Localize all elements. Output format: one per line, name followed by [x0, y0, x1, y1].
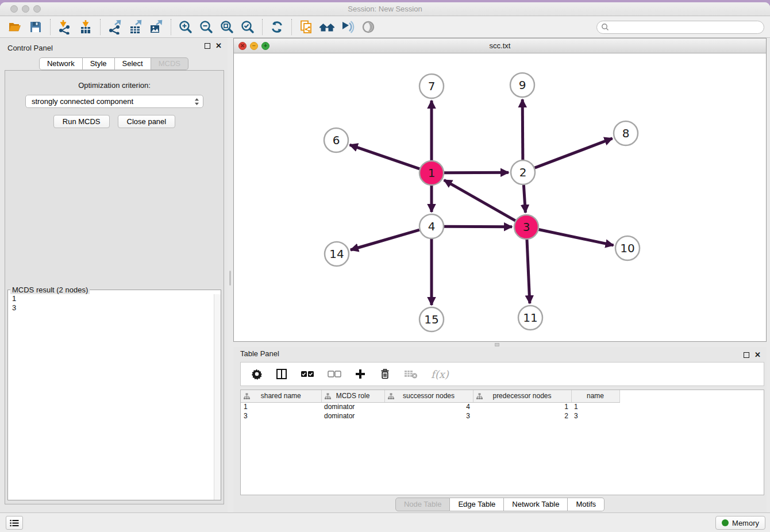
- graph-edge-2-9[interactable]: [522, 99, 523, 160]
- vertical-splitter[interactable]: [228, 38, 233, 512]
- graph-edge-3-1[interactable]: [444, 180, 515, 221]
- optimization-select[interactable]: strongly connected component: [25, 95, 203, 108]
- column-header-label: predecessor nodes: [492, 392, 551, 400]
- graph-node-14[interactable]: 14: [325, 242, 349, 266]
- graph-node-6[interactable]: 6: [324, 128, 348, 152]
- search-input[interactable]: [611, 23, 764, 32]
- zoom-selected-button[interactable]: [237, 18, 258, 36]
- toolbar-separator: [171, 19, 171, 35]
- graph-edge-1-6[interactable]: [350, 145, 420, 169]
- import-network-icon: [57, 20, 72, 34]
- task-history-button[interactable]: [6, 516, 23, 530]
- table-tab-node-table[interactable]: Node Table: [395, 498, 451, 511]
- zoom-in-button[interactable]: [175, 18, 196, 36]
- graph-node-9[interactable]: 9: [510, 73, 534, 97]
- column-header-shared-name[interactable]: shared name: [241, 390, 321, 402]
- delete-row-button[interactable]: [379, 368, 391, 380]
- zoom-fit-button[interactable]: [217, 18, 237, 36]
- graph-edge-4-3[interactable]: [444, 226, 512, 227]
- settings-gear-button[interactable]: [251, 368, 263, 380]
- graph-node-label: 11: [523, 311, 537, 325]
- clone-network-button[interactable]: [296, 18, 317, 36]
- function-builder-button[interactable]: f(x): [431, 368, 449, 380]
- add-row-button[interactable]: [355, 368, 366, 380]
- table-tab-motifs[interactable]: Motifs: [568, 498, 605, 511]
- open-folder-icon: [7, 20, 22, 34]
- table-row[interactable]: 3dominator323: [241, 411, 619, 421]
- table-cell: 3: [571, 411, 619, 421]
- graph-edge-2-3[interactable]: [523, 185, 525, 213]
- toolbar-separator: [291, 19, 292, 35]
- column-type-icon: [244, 393, 250, 399]
- graph-edge-2-8[interactable]: [535, 138, 613, 168]
- import-network-button[interactable]: [55, 18, 75, 36]
- graph-node-7[interactable]: 7: [419, 74, 444, 98]
- result-scrollbar[interactable]: [214, 294, 221, 500]
- annotations-icon: [340, 20, 355, 34]
- export-table-button[interactable]: [125, 18, 146, 36]
- zoom-out-button[interactable]: [196, 18, 217, 36]
- graph-edge-1-2[interactable]: [444, 172, 509, 173]
- horizontal-splitter[interactable]: [233, 342, 767, 347]
- save-session-button[interactable]: [25, 18, 46, 36]
- annotations-button[interactable]: [337, 18, 358, 36]
- tab-style[interactable]: Style: [83, 57, 115, 70]
- column-header-name[interactable]: name: [571, 390, 619, 402]
- refresh-layout-button[interactable]: [267, 18, 287, 36]
- table-tab-edge-table[interactable]: Edge Table: [450, 498, 504, 511]
- tab-select[interactable]: Select: [115, 57, 151, 70]
- close-panel-icon[interactable]: ✕: [215, 43, 222, 49]
- network-window-title: scc.txt: [234, 38, 766, 53]
- close-panel-button[interactable]: Close panel: [118, 115, 176, 128]
- graph-node-8[interactable]: 8: [614, 121, 638, 145]
- graph-node-1[interactable]: 1: [419, 161, 444, 185]
- deselect-all-button[interactable]: [328, 370, 341, 378]
- graph-node-10[interactable]: 10: [615, 236, 640, 260]
- mcds-result-box: MCDS result (2 nodes) 13: [7, 286, 221, 500]
- graph-node-label: 4: [428, 219, 436, 233]
- select-all-button[interactable]: [301, 370, 314, 378]
- toolbar-separator: [50, 19, 51, 35]
- table-cell: 3: [384, 411, 473, 421]
- network-canvas[interactable]: 7968124314101511: [234, 53, 766, 341]
- graph-node-11[interactable]: 11: [518, 306, 542, 330]
- export-network-button[interactable]: [105, 18, 125, 36]
- show-column-button[interactable]: [276, 368, 287, 380]
- delete-table-button[interactable]: [404, 369, 418, 379]
- open-file-button[interactable]: [5, 18, 25, 36]
- home-panels-button[interactable]: [317, 18, 337, 36]
- graph-edge-4-14[interactable]: [351, 230, 419, 250]
- graph-edge-3-10[interactable]: [539, 230, 614, 245]
- column-header-label: shared name: [261, 392, 301, 400]
- graph-node-3[interactable]: 3: [514, 215, 538, 239]
- float-panel-icon[interactable]: [744, 352, 749, 358]
- run-mcds-button[interactable]: Run MCDS: [53, 115, 110, 128]
- mcds-result-item: 1: [8, 294, 221, 303]
- eye-button[interactable]: [358, 18, 379, 36]
- graph-node-2[interactable]: 2: [511, 160, 535, 184]
- desktop-background: Session: New Session: [0, 0, 770, 532]
- node-table: shared nameMCDS rolesuccessor nodesprede…: [241, 390, 620, 421]
- graph-node-label: 10: [620, 241, 634, 255]
- tab-mcds[interactable]: MCDS: [151, 57, 188, 70]
- search-field: [596, 21, 764, 34]
- graph-node-15[interactable]: 15: [419, 307, 444, 331]
- graph-node-4[interactable]: 4: [419, 214, 444, 238]
- node-table-area: shared nameMCDS rolesuccessor nodesprede…: [240, 390, 764, 495]
- table-row[interactable]: 1dominator411: [241, 402, 619, 411]
- tab-network[interactable]: Network: [39, 57, 83, 70]
- graph-node-label: 8: [622, 126, 630, 140]
- zoom-fit-icon: [220, 20, 234, 34]
- column-header-MCDS-role[interactable]: MCDS role: [321, 390, 384, 402]
- column-header-predecessor-nodes[interactable]: predecessor nodes: [473, 390, 571, 402]
- close-panel-icon[interactable]: ✕: [754, 352, 761, 358]
- graph-node-label: 3: [523, 220, 530, 234]
- column-header-successor-nodes[interactable]: successor nodes: [384, 390, 473, 402]
- export-image-button[interactable]: [146, 18, 167, 36]
- import-table-button[interactable]: [75, 18, 96, 36]
- memory-button[interactable]: Memory: [715, 516, 765, 530]
- table-tab-network-table[interactable]: Network Table: [504, 498, 568, 511]
- mcds-result-list: 13: [8, 294, 221, 500]
- float-panel-icon[interactable]: [205, 43, 210, 49]
- graph-edge-3-11[interactable]: [527, 240, 530, 303]
